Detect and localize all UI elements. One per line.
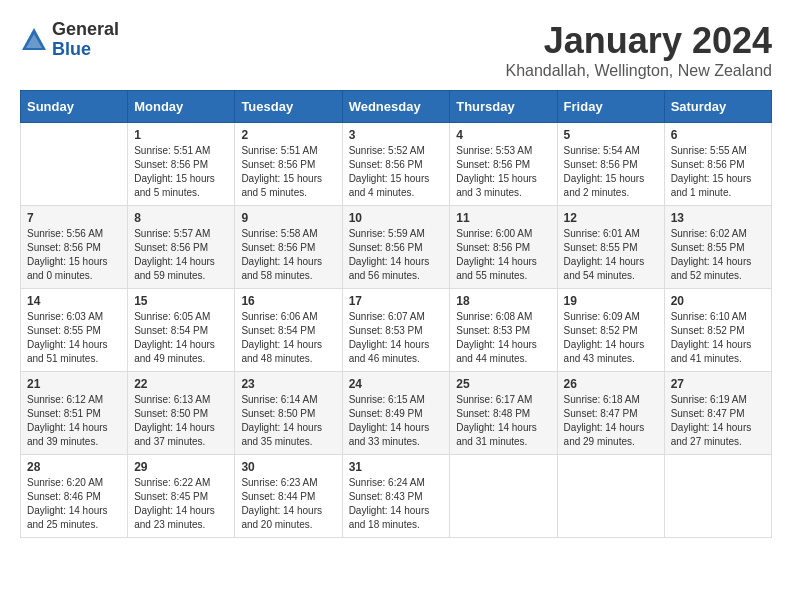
day-number: 2 [241,128,335,142]
day-info: Sunrise: 6:02 AM Sunset: 8:55 PM Dayligh… [671,227,765,283]
day-number: 19 [564,294,658,308]
calendar-day-header: Wednesday [342,91,450,123]
day-number: 11 [456,211,550,225]
day-info: Sunrise: 6:23 AM Sunset: 8:44 PM Dayligh… [241,476,335,532]
calendar-cell [557,455,664,538]
calendar-cell [21,123,128,206]
day-number: 26 [564,377,658,391]
day-number: 17 [349,294,444,308]
day-info: Sunrise: 5:56 AM Sunset: 8:56 PM Dayligh… [27,227,121,283]
calendar-cell: 2Sunrise: 5:51 AM Sunset: 8:56 PM Daylig… [235,123,342,206]
day-info: Sunrise: 5:51 AM Sunset: 8:56 PM Dayligh… [241,144,335,200]
calendar-week-row: 14Sunrise: 6:03 AM Sunset: 8:55 PM Dayli… [21,289,772,372]
month-year-title: January 2024 [505,20,772,62]
day-info: Sunrise: 5:57 AM Sunset: 8:56 PM Dayligh… [134,227,228,283]
day-number: 27 [671,377,765,391]
day-number: 25 [456,377,550,391]
day-info: Sunrise: 5:54 AM Sunset: 8:56 PM Dayligh… [564,144,658,200]
day-info: Sunrise: 6:07 AM Sunset: 8:53 PM Dayligh… [349,310,444,366]
day-number: 24 [349,377,444,391]
calendar-cell: 14Sunrise: 6:03 AM Sunset: 8:55 PM Dayli… [21,289,128,372]
day-info: Sunrise: 6:19 AM Sunset: 8:47 PM Dayligh… [671,393,765,449]
calendar-table: SundayMondayTuesdayWednesdayThursdayFrid… [20,90,772,538]
calendar-cell: 30Sunrise: 6:23 AM Sunset: 8:44 PM Dayli… [235,455,342,538]
day-info: Sunrise: 5:58 AM Sunset: 8:56 PM Dayligh… [241,227,335,283]
logo: General Blue [20,20,119,60]
calendar-cell: 8Sunrise: 5:57 AM Sunset: 8:56 PM Daylig… [128,206,235,289]
day-info: Sunrise: 5:51 AM Sunset: 8:56 PM Dayligh… [134,144,228,200]
page-header: General Blue January 2024 Khandallah, We… [20,20,772,80]
day-info: Sunrise: 6:24 AM Sunset: 8:43 PM Dayligh… [349,476,444,532]
day-info: Sunrise: 6:13 AM Sunset: 8:50 PM Dayligh… [134,393,228,449]
calendar-cell: 5Sunrise: 5:54 AM Sunset: 8:56 PM Daylig… [557,123,664,206]
day-info: Sunrise: 5:55 AM Sunset: 8:56 PM Dayligh… [671,144,765,200]
day-number: 12 [564,211,658,225]
calendar-week-row: 7Sunrise: 5:56 AM Sunset: 8:56 PM Daylig… [21,206,772,289]
calendar-cell: 22Sunrise: 6:13 AM Sunset: 8:50 PM Dayli… [128,372,235,455]
title-section: January 2024 Khandallah, Wellington, New… [505,20,772,80]
day-number: 15 [134,294,228,308]
calendar-day-header: Saturday [664,91,771,123]
day-number: 8 [134,211,228,225]
calendar-cell: 19Sunrise: 6:09 AM Sunset: 8:52 PM Dayli… [557,289,664,372]
day-info: Sunrise: 6:18 AM Sunset: 8:47 PM Dayligh… [564,393,658,449]
day-number: 7 [27,211,121,225]
day-info: Sunrise: 6:06 AM Sunset: 8:54 PM Dayligh… [241,310,335,366]
calendar-cell: 4Sunrise: 5:53 AM Sunset: 8:56 PM Daylig… [450,123,557,206]
calendar-cell: 24Sunrise: 6:15 AM Sunset: 8:49 PM Dayli… [342,372,450,455]
calendar-cell: 15Sunrise: 6:05 AM Sunset: 8:54 PM Dayli… [128,289,235,372]
day-info: Sunrise: 5:59 AM Sunset: 8:56 PM Dayligh… [349,227,444,283]
day-info: Sunrise: 6:08 AM Sunset: 8:53 PM Dayligh… [456,310,550,366]
calendar-cell: 9Sunrise: 5:58 AM Sunset: 8:56 PM Daylig… [235,206,342,289]
day-number: 18 [456,294,550,308]
day-info: Sunrise: 6:00 AM Sunset: 8:56 PM Dayligh… [456,227,550,283]
day-info: Sunrise: 6:12 AM Sunset: 8:51 PM Dayligh… [27,393,121,449]
day-info: Sunrise: 6:17 AM Sunset: 8:48 PM Dayligh… [456,393,550,449]
calendar-day-header: Thursday [450,91,557,123]
day-info: Sunrise: 6:01 AM Sunset: 8:55 PM Dayligh… [564,227,658,283]
day-info: Sunrise: 6:05 AM Sunset: 8:54 PM Dayligh… [134,310,228,366]
calendar-day-header: Sunday [21,91,128,123]
day-info: Sunrise: 6:14 AM Sunset: 8:50 PM Dayligh… [241,393,335,449]
day-number: 13 [671,211,765,225]
calendar-cell: 23Sunrise: 6:14 AM Sunset: 8:50 PM Dayli… [235,372,342,455]
calendar-cell: 31Sunrise: 6:24 AM Sunset: 8:43 PM Dayli… [342,455,450,538]
calendar-week-row: 28Sunrise: 6:20 AM Sunset: 8:46 PM Dayli… [21,455,772,538]
day-number: 4 [456,128,550,142]
day-number: 29 [134,460,228,474]
calendar-cell: 7Sunrise: 5:56 AM Sunset: 8:56 PM Daylig… [21,206,128,289]
calendar-cell: 11Sunrise: 6:00 AM Sunset: 8:56 PM Dayli… [450,206,557,289]
calendar-cell: 16Sunrise: 6:06 AM Sunset: 8:54 PM Dayli… [235,289,342,372]
day-number: 5 [564,128,658,142]
calendar-cell: 13Sunrise: 6:02 AM Sunset: 8:55 PM Dayli… [664,206,771,289]
day-number: 20 [671,294,765,308]
calendar-cell: 27Sunrise: 6:19 AM Sunset: 8:47 PM Dayli… [664,372,771,455]
day-number: 1 [134,128,228,142]
calendar-cell [664,455,771,538]
day-number: 28 [27,460,121,474]
calendar-day-header: Friday [557,91,664,123]
day-number: 10 [349,211,444,225]
calendar-cell: 1Sunrise: 5:51 AM Sunset: 8:56 PM Daylig… [128,123,235,206]
day-number: 16 [241,294,335,308]
day-info: Sunrise: 5:52 AM Sunset: 8:56 PM Dayligh… [349,144,444,200]
logo-icon [20,26,48,54]
calendar-day-header: Tuesday [235,91,342,123]
day-info: Sunrise: 5:53 AM Sunset: 8:56 PM Dayligh… [456,144,550,200]
calendar-cell: 25Sunrise: 6:17 AM Sunset: 8:48 PM Dayli… [450,372,557,455]
day-info: Sunrise: 6:22 AM Sunset: 8:45 PM Dayligh… [134,476,228,532]
calendar-cell: 12Sunrise: 6:01 AM Sunset: 8:55 PM Dayli… [557,206,664,289]
calendar-day-header: Monday [128,91,235,123]
day-info: Sunrise: 6:10 AM Sunset: 8:52 PM Dayligh… [671,310,765,366]
day-number: 3 [349,128,444,142]
calendar-week-row: 21Sunrise: 6:12 AM Sunset: 8:51 PM Dayli… [21,372,772,455]
calendar-cell: 28Sunrise: 6:20 AM Sunset: 8:46 PM Dayli… [21,455,128,538]
day-number: 9 [241,211,335,225]
day-number: 31 [349,460,444,474]
day-number: 14 [27,294,121,308]
calendar-week-row: 1Sunrise: 5:51 AM Sunset: 8:56 PM Daylig… [21,123,772,206]
calendar-cell: 10Sunrise: 5:59 AM Sunset: 8:56 PM Dayli… [342,206,450,289]
calendar-header-row: SundayMondayTuesdayWednesdayThursdayFrid… [21,91,772,123]
calendar-cell: 29Sunrise: 6:22 AM Sunset: 8:45 PM Dayli… [128,455,235,538]
calendar-cell: 18Sunrise: 6:08 AM Sunset: 8:53 PM Dayli… [450,289,557,372]
